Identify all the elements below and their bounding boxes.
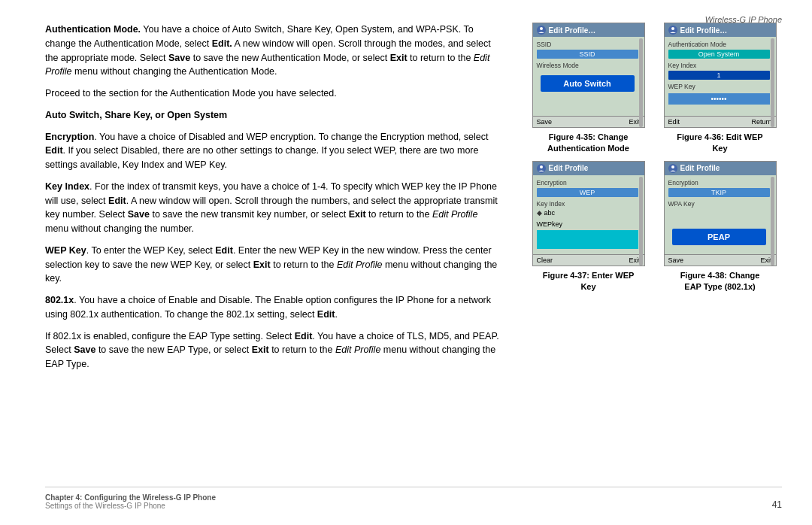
screen-35: Edit Profile… SSID SSID Wireless Mode Au…	[532, 23, 645, 128]
screen36-header: Edit Profile…	[665, 23, 776, 37]
screen38-icon	[668, 164, 677, 173]
screen37-footer: Clear Exit	[533, 254, 644, 266]
screen-36: Edit Profile… Authentication Mode Open S…	[664, 23, 777, 128]
para3: Encryption. You have a choice of Disable…	[45, 130, 504, 172]
screen37-wepkey-field	[537, 230, 638, 249]
screen35-icon	[537, 26, 546, 35]
screen37-enc-label: Encryption	[537, 179, 638, 187]
screen36-auth-value: Open System	[668, 50, 770, 59]
svg-point-0	[540, 27, 543, 30]
screen37-scrollbar	[639, 177, 643, 266]
screen37-title: Edit Profile	[549, 164, 589, 172]
para6: 802.1x. You have a choice of Enable and …	[45, 293, 504, 322]
screen35-ssid-value: SSID	[537, 50, 638, 59]
screen36-wep-label: WEP Key	[668, 83, 770, 90]
bottom-settings: Settings of the Wireless-G IP Phone	[45, 502, 216, 510]
para4: Key Index. For the index of transmit key…	[45, 180, 504, 236]
screen38-peap-button: PEAP	[672, 229, 766, 245]
svg-point-3	[671, 165, 674, 168]
figures-column: Edit Profile… SSID SSID Wireless Mode Au…	[526, 23, 782, 481]
screen36-title: Edit Profile…	[680, 26, 728, 35]
heading1: Auto Switch, Share Key, or Open System	[45, 108, 504, 123]
screen37-arrow: ◆	[537, 209, 542, 217]
fig35-caption: Figure 4-35: Change Authentication Mode	[547, 132, 629, 155]
screen35-body: SSID SSID Wireless Mode Auto Switch	[533, 37, 644, 116]
figure-35: Edit Profile… SSID SSID Wireless Mode Au…	[526, 23, 650, 155]
screen36-keyindex-label: Key Index	[668, 62, 770, 69]
figures-row-2: Edit Profile Encryption WEP Key Index ◆ …	[526, 161, 782, 293]
para7: If 802.1x is enabled, configure the EAP …	[45, 329, 504, 372]
screen36-edit: Edit	[668, 118, 680, 126]
para5: WEP Key. To enter the WEP Key, select Ed…	[45, 244, 504, 286]
screen35-title: Edit Profile…	[549, 26, 596, 35]
screen38-save: Save	[668, 256, 684, 264]
screen35-footer: Save Exit	[533, 116, 644, 127]
page-number: 41	[772, 499, 782, 510]
screen36-keyindex-value: 1	[668, 71, 770, 80]
screen38-enc-label: Encryption	[668, 179, 770, 187]
screen38-title: Edit Profile	[680, 164, 720, 172]
screen37-key-val: abc	[544, 209, 556, 217]
screen36-icon	[668, 26, 677, 35]
screen38-footer: Save Exit	[665, 254, 776, 266]
figure-36: Edit Profile… Authentication Mode Open S…	[658, 23, 782, 155]
screen35-autoswitch-button: Auto Switch	[541, 75, 635, 92]
fig38-caption: Figure 4-38: Change EAP Type (802.1x)	[680, 270, 760, 293]
screen35-wireless-label: Wireless Mode	[537, 62, 638, 69]
screen38-scrollbar	[771, 177, 774, 266]
screen37-clear: Clear	[537, 256, 553, 264]
bottom-left-text: Chapter 4: Configuring the Wireless-G IP…	[45, 493, 216, 510]
bottom-chapter: Chapter 4: Configuring the Wireless-G IP…	[45, 493, 216, 502]
screen35-scrollbar	[639, 38, 643, 127]
para2: Proceed to the section for the Authentic…	[45, 86, 504, 101]
figure-38: Edit Profile Encryption TKIP WPA Key PEA…	[658, 161, 782, 293]
svg-point-1	[671, 27, 674, 30]
fig36-caption: Figure 4-36: Edit WEP Key	[677, 132, 762, 155]
screen36-scrollbar	[771, 38, 774, 127]
screen-37: Edit Profile Encryption WEP Key Index ◆ …	[532, 161, 645, 266]
screen37-body: Encryption WEP Key Index ◆ abc WEPkey	[533, 175, 644, 254]
screen36-footer: Edit Return	[665, 116, 776, 127]
screen36-return: Return	[751, 118, 771, 126]
screen38-body: Encryption TKIP WPA Key PEAP	[665, 175, 776, 254]
screen37-enc-value: WEP	[537, 188, 638, 197]
figures-row-1: Edit Profile… SSID SSID Wireless Mode Au…	[526, 23, 782, 155]
screen-38: Edit Profile Encryption TKIP WPA Key PEA…	[664, 161, 777, 266]
screen36-auth-label: Authentication Mode	[668, 41, 770, 48]
screen35-header: Edit Profile…	[533, 23, 644, 37]
bottom-bar: Chapter 4: Configuring the Wireless-G IP…	[45, 487, 782, 510]
left-text-column: Authentication Mode. You have a choice o…	[45, 23, 511, 481]
screen38-wpa-label: WPA Key	[668, 200, 770, 208]
screen36-body: Authentication Mode Open System Key Inde…	[665, 37, 776, 116]
screen38-header: Edit Profile	[665, 162, 776, 175]
para1: Authentication Mode. You have a choice o…	[45, 23, 504, 79]
screen35-save: Save	[537, 118, 553, 126]
screen37-key-label: Key Index	[537, 200, 638, 208]
screen38-enc-value: TKIP	[668, 188, 770, 197]
screen37-wepkey-label: WEPkey	[537, 220, 638, 228]
screen36-wep-value: ••••••	[668, 93, 770, 105]
screen37-icon	[537, 164, 546, 173]
fig37-caption: Figure 4-37: Enter WEP Key	[543, 270, 635, 293]
screen37-header: Edit Profile	[533, 162, 644, 175]
screen37-key-row: ◆ abc	[537, 209, 638, 217]
svg-point-2	[540, 165, 543, 168]
screen35-ssid-label: SSID	[537, 41, 638, 48]
figure-37: Edit Profile Encryption WEP Key Index ◆ …	[526, 161, 650, 293]
